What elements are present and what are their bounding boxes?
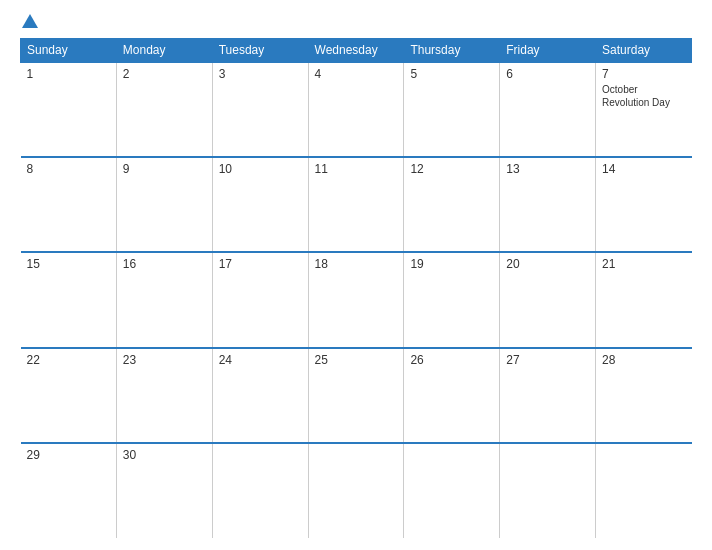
day-number: 27 bbox=[506, 353, 589, 367]
calendar-day-cell: 28 bbox=[596, 348, 692, 443]
weekday-header-thursday: Thursday bbox=[404, 39, 500, 63]
calendar-day-cell: 29 bbox=[21, 443, 117, 538]
calendar-day-cell: 14 bbox=[596, 157, 692, 252]
logo bbox=[20, 16, 38, 28]
header bbox=[20, 16, 692, 28]
calendar-day-cell: 27 bbox=[500, 348, 596, 443]
calendar-week-row: 2930 bbox=[21, 443, 692, 538]
calendar-day-cell bbox=[308, 443, 404, 538]
calendar-week-row: 22232425262728 bbox=[21, 348, 692, 443]
calendar-day-cell: 6 bbox=[500, 62, 596, 157]
day-number: 10 bbox=[219, 162, 302, 176]
calendar-day-cell: 5 bbox=[404, 62, 500, 157]
calendar-day-cell bbox=[212, 443, 308, 538]
weekday-header-friday: Friday bbox=[500, 39, 596, 63]
calendar-day-cell: 15 bbox=[21, 252, 117, 347]
day-number: 8 bbox=[27, 162, 110, 176]
calendar-day-cell: 22 bbox=[21, 348, 117, 443]
calendar-day-cell: 2 bbox=[116, 62, 212, 157]
day-number: 14 bbox=[602, 162, 685, 176]
weekday-header-monday: Monday bbox=[116, 39, 212, 63]
calendar-day-cell: 1 bbox=[21, 62, 117, 157]
calendar-day-cell: 19 bbox=[404, 252, 500, 347]
calendar-day-cell: 12 bbox=[404, 157, 500, 252]
day-number: 17 bbox=[219, 257, 302, 271]
day-number: 19 bbox=[410, 257, 493, 271]
calendar-day-cell: 18 bbox=[308, 252, 404, 347]
event-label: October Revolution Day bbox=[602, 83, 685, 109]
calendar-day-cell: 13 bbox=[500, 157, 596, 252]
day-number: 26 bbox=[410, 353, 493, 367]
calendar-day-cell bbox=[404, 443, 500, 538]
day-number: 7 bbox=[602, 67, 685, 81]
calendar-day-cell: 16 bbox=[116, 252, 212, 347]
calendar-day-cell: 10 bbox=[212, 157, 308, 252]
day-number: 6 bbox=[506, 67, 589, 81]
day-number: 9 bbox=[123, 162, 206, 176]
calendar-day-cell: 4 bbox=[308, 62, 404, 157]
day-number: 1 bbox=[27, 67, 110, 81]
calendar-day-cell: 20 bbox=[500, 252, 596, 347]
calendar-day-cell bbox=[596, 443, 692, 538]
day-number: 20 bbox=[506, 257, 589, 271]
calendar-day-cell: 11 bbox=[308, 157, 404, 252]
day-number: 12 bbox=[410, 162, 493, 176]
calendar-page: SundayMondayTuesdayWednesdayThursdayFrid… bbox=[0, 0, 712, 550]
day-number: 22 bbox=[27, 353, 110, 367]
calendar-day-cell: 23 bbox=[116, 348, 212, 443]
day-number: 2 bbox=[123, 67, 206, 81]
calendar-week-row: 1234567October Revolution Day bbox=[21, 62, 692, 157]
calendar-day-cell bbox=[500, 443, 596, 538]
day-number: 29 bbox=[27, 448, 110, 462]
day-number: 5 bbox=[410, 67, 493, 81]
logo-triangle-icon bbox=[22, 14, 38, 28]
day-number: 21 bbox=[602, 257, 685, 271]
calendar-day-cell: 17 bbox=[212, 252, 308, 347]
weekday-header-saturday: Saturday bbox=[596, 39, 692, 63]
day-number: 15 bbox=[27, 257, 110, 271]
calendar-day-cell: 26 bbox=[404, 348, 500, 443]
calendar-day-cell: 30 bbox=[116, 443, 212, 538]
calendar-table: SundayMondayTuesdayWednesdayThursdayFrid… bbox=[20, 38, 692, 538]
day-number: 30 bbox=[123, 448, 206, 462]
day-number: 16 bbox=[123, 257, 206, 271]
calendar-day-cell: 3 bbox=[212, 62, 308, 157]
weekday-header-wednesday: Wednesday bbox=[308, 39, 404, 63]
day-number: 24 bbox=[219, 353, 302, 367]
calendar-week-row: 891011121314 bbox=[21, 157, 692, 252]
calendar-day-cell: 25 bbox=[308, 348, 404, 443]
day-number: 28 bbox=[602, 353, 685, 367]
day-number: 11 bbox=[315, 162, 398, 176]
day-number: 18 bbox=[315, 257, 398, 271]
calendar-day-cell: 7October Revolution Day bbox=[596, 62, 692, 157]
day-number: 13 bbox=[506, 162, 589, 176]
calendar-day-cell: 21 bbox=[596, 252, 692, 347]
day-number: 4 bbox=[315, 67, 398, 81]
weekday-header-tuesday: Tuesday bbox=[212, 39, 308, 63]
calendar-day-cell: 24 bbox=[212, 348, 308, 443]
calendar-day-cell: 9 bbox=[116, 157, 212, 252]
day-number: 25 bbox=[315, 353, 398, 367]
day-number: 3 bbox=[219, 67, 302, 81]
calendar-day-cell: 8 bbox=[21, 157, 117, 252]
weekday-header-row: SundayMondayTuesdayWednesdayThursdayFrid… bbox=[21, 39, 692, 63]
calendar-week-row: 15161718192021 bbox=[21, 252, 692, 347]
weekday-header-sunday: Sunday bbox=[21, 39, 117, 63]
day-number: 23 bbox=[123, 353, 206, 367]
